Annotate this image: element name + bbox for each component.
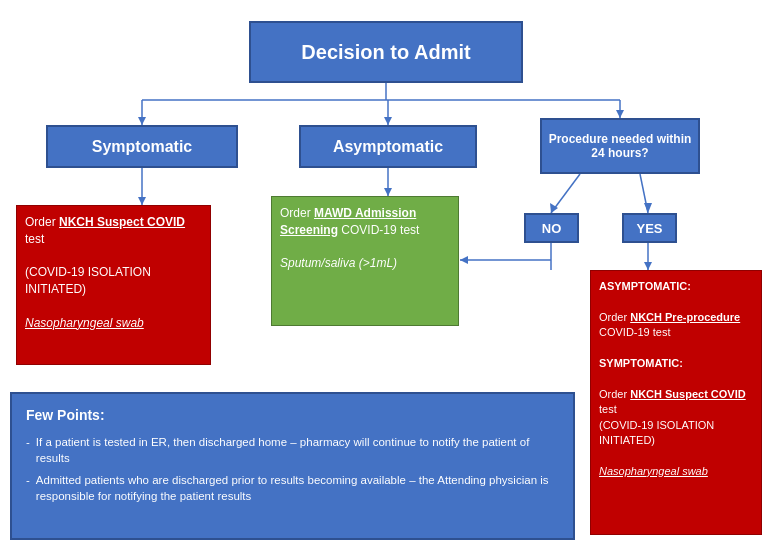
yes-label: YES	[636, 221, 662, 236]
symptomatic-label: Symptomatic	[92, 138, 192, 156]
svg-marker-20	[460, 256, 468, 264]
few-points-text-2: Admitted patients who are discharged pri…	[36, 472, 559, 504]
mawd-line2: Sputum/saliva (>1mL)	[280, 255, 450, 272]
procedure-box: Procedure needed within 24 hours?	[540, 118, 700, 174]
nkch-left-line3: Nasopharyngeal swab	[25, 315, 202, 332]
few-points-title: Few Points:	[26, 406, 559, 426]
right-symptomatic-body: Order NKCH Suspect COVID test	[599, 387, 753, 418]
right-symptomatic-swab: Nasopharyngeal swab	[599, 464, 753, 479]
nkch-left-line2: (COVID-19 ISOLATION INITIATED)	[25, 264, 202, 298]
few-points-item-2: - Admitted patients who are discharged p…	[26, 472, 559, 504]
mawd-line1: Order MAWD Admission Screening COVID-19 …	[280, 205, 450, 239]
svg-line-14	[640, 174, 648, 213]
svg-marker-3	[138, 117, 146, 125]
right-symptomatic-header: SYMPTOMATIC:	[599, 356, 753, 371]
svg-marker-15	[644, 203, 652, 213]
nkch-left-line1: Order NKCH Suspect COVID test	[25, 214, 202, 248]
svg-marker-17	[644, 262, 652, 270]
svg-marker-9	[138, 197, 146, 205]
svg-line-12	[551, 174, 580, 213]
mawd-content: Order MAWD Admission Screening COVID-19 …	[280, 205, 450, 272]
right-red-box: ASYMPTOMATIC: Order NKCH Pre-procedure C…	[590, 270, 762, 535]
few-points-item-1: - If a patient is tested in ER, then dis…	[26, 434, 559, 466]
asymptomatic-box: Asymptomatic	[299, 125, 477, 168]
few-points-text-1: If a patient is tested in ER, then disch…	[36, 434, 559, 466]
right-symptomatic-note: (COVID-19 ISOLATION INITIATED)	[599, 418, 753, 449]
right-asymptomatic-body: Order NKCH Pre-procedure COVID-19 test	[599, 310, 753, 341]
asymptomatic-label: Asymptomatic	[333, 138, 443, 156]
svg-marker-13	[550, 203, 558, 213]
bullet-1: -	[26, 434, 30, 450]
decision-box: Decision to Admit	[249, 21, 523, 83]
svg-marker-5	[384, 117, 392, 125]
no-label: NO	[542, 221, 562, 236]
no-box: NO	[524, 213, 579, 243]
nkch-left-box: Order NKCH Suspect COVID test (COVID-19 …	[16, 205, 211, 365]
bullet-2: -	[26, 472, 30, 488]
nkch-left-content: Order NKCH Suspect COVID test (COVID-19 …	[25, 214, 202, 332]
mawd-box: Order MAWD Admission Screening COVID-19 …	[271, 196, 459, 326]
symptomatic-box: Symptomatic	[46, 125, 238, 168]
svg-marker-11	[384, 188, 392, 196]
right-red-content: ASYMPTOMATIC: Order NKCH Pre-procedure C…	[599, 279, 753, 479]
svg-marker-7	[616, 110, 624, 118]
right-asymptomatic-header: ASYMPTOMATIC:	[599, 279, 753, 294]
flowchart-container: Decision to Admit Symptomatic Asymptomat…	[0, 0, 773, 551]
few-points-content: Few Points: - If a patient is tested in …	[26, 406, 559, 510]
procedure-label: Procedure needed within 24 hours?	[542, 132, 698, 160]
few-points-box: Few Points: - If a patient is tested in …	[10, 392, 575, 540]
yes-box: YES	[622, 213, 677, 243]
decision-label: Decision to Admit	[301, 41, 470, 64]
